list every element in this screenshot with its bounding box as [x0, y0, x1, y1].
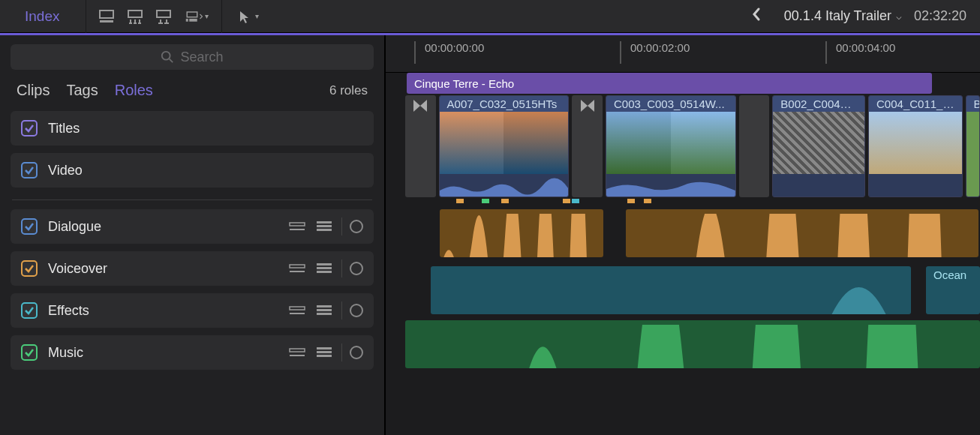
project-title: 00.1.4 Italy Trailer	[784, 8, 891, 24]
position-tool-icon[interactable]	[94, 0, 119, 33]
audio-clip-effects[interactable]: Ocean waves	[431, 266, 911, 314]
checkbox-video[interactable]	[21, 162, 38, 178]
video-thumbnail	[869, 112, 962, 174]
collapse-lane-icon[interactable]	[287, 261, 307, 276]
svg-rect-4	[187, 12, 197, 17]
video-clip[interactable]: C003_C003_0514W...	[606, 95, 736, 197]
video-lane: A007_C032_0515HTs C003_C003_0514W... B00…	[386, 95, 980, 199]
video-clip[interactable]: B002_C004_0...	[772, 95, 865, 197]
index-sidebar: Search Clips Tags Roles 6 roles Titles V…	[0, 35, 386, 435]
expand-lane-icon[interactable]	[314, 219, 334, 234]
role-controls	[287, 302, 363, 320]
chevron-down-icon: ▾	[255, 12, 259, 20]
svg-rect-9	[290, 229, 305, 230]
checkbox-voiceover[interactable]	[21, 260, 38, 277]
transition-icon[interactable]	[739, 95, 770, 197]
role-controls	[287, 260, 363, 278]
insert-tool-icon[interactable]	[122, 0, 148, 33]
role-row-voiceover[interactable]: Voiceover	[11, 251, 374, 286]
collapse-lane-icon[interactable]	[287, 345, 307, 360]
checkbox-titles[interactable]	[21, 120, 38, 136]
expand-lane-icon[interactable]	[314, 303, 334, 318]
project-title-dropdown[interactable]: 00.1.4 Italy Trailer ⌵	[784, 8, 902, 24]
checkbox-effects[interactable]	[21, 302, 38, 319]
transition-icon[interactable]	[572, 95, 603, 197]
role-row-video[interactable]: Video	[11, 153, 374, 188]
timeline[interactable]: 00:00:00:00 00:00:02:00 00:00:04:00 Cinq…	[386, 35, 980, 435]
svg-rect-3	[157, 10, 170, 17]
svg-rect-6	[189, 19, 197, 22]
music-lane: Travel theme v.2	[386, 320, 980, 368]
audio-clip-effects[interactable]: Ocean	[926, 266, 980, 314]
focus-role-icon[interactable]	[350, 262, 363, 275]
divider	[341, 344, 342, 362]
svg-rect-24	[290, 355, 305, 356]
svg-rect-25	[317, 347, 332, 350]
ruler-tick: 00:00:02:00	[630, 41, 690, 54]
index-button[interactable]: Index	[6, 8, 78, 25]
clip-waveform	[773, 174, 864, 196]
overwrite-tool-icon[interactable]: ▾	[179, 0, 214, 33]
video-clip[interactable]: C004_C011_05...	[868, 95, 963, 197]
timecode-display: 02:32:20	[914, 8, 974, 24]
search-input[interactable]: Search	[11, 44, 374, 70]
role-row-effects[interactable]: Effects	[11, 293, 374, 328]
focus-role-icon[interactable]	[350, 220, 363, 233]
expand-lane-icon[interactable]	[314, 261, 334, 276]
role-row-music[interactable]: Music	[11, 335, 374, 370]
svg-rect-12	[317, 229, 332, 231]
video-thumbnail	[966, 112, 979, 196]
svg-rect-5	[186, 19, 188, 22]
tab-clips[interactable]: Clips	[17, 82, 50, 99]
collapse-lane-icon[interactable]	[287, 219, 307, 234]
svg-rect-0	[100, 10, 113, 18]
role-row-dialogue[interactable]: Dialogue	[11, 209, 374, 244]
voiceover-lane: Narration_09-08-16 Narration_09-08-16	[386, 209, 980, 257]
tab-tags[interactable]: Tags	[66, 82, 98, 99]
role-label: Music	[48, 345, 277, 361]
video-clip[interactable]: B	[966, 95, 980, 197]
svg-point-7	[162, 52, 170, 60]
checkbox-dialogue[interactable]	[21, 218, 38, 235]
role-controls	[287, 218, 363, 236]
clip-waveform	[405, 325, 980, 368]
expand-lane-icon[interactable]	[314, 345, 334, 360]
svg-rect-14	[290, 271, 305, 272]
video-clip-label: B002_C004_0...	[773, 96, 864, 112]
video-clip-label: A007_C032_0515HTs	[440, 96, 569, 112]
clip-waveform	[440, 174, 569, 196]
focus-role-icon[interactable]	[350, 304, 363, 317]
append-tool-icon[interactable]	[151, 0, 176, 33]
search-icon	[161, 50, 174, 64]
ruler-tick: 00:00:00:00	[425, 41, 484, 54]
timeline-ruler[interactable]: 00:00:00:00 00:00:02:00 00:00:04:00	[386, 35, 980, 73]
divider	[341, 218, 342, 236]
svg-rect-17	[317, 271, 332, 273]
focus-role-icon[interactable]	[350, 346, 363, 359]
audio-clip-voiceover[interactable]: Narration_09-08-16	[626, 209, 978, 257]
tab-roles[interactable]: Roles	[115, 82, 153, 99]
collapse-lane-icon[interactable]	[287, 303, 307, 318]
video-clip-label: C003_C003_0514W...	[606, 96, 735, 112]
title-clip[interactable]: Cinque Terre - Echo	[407, 73, 932, 94]
ruler-tick: 00:00:04:00	[836, 41, 895, 54]
checkbox-music[interactable]	[21, 344, 38, 361]
chevron-down-icon: ▾	[205, 12, 209, 20]
video-clip[interactable]: A007_C032_0515HTs	[439, 95, 570, 197]
timeline-tracks[interactable]: Cinque Terre - Echo A007_C032_0515HTs C0…	[386, 73, 980, 435]
transition-icon[interactable]	[405, 95, 436, 197]
title-clip-label: Cinque Terre - Echo	[414, 77, 514, 90]
svg-rect-22	[317, 313, 332, 315]
role-label: Titles	[48, 121, 363, 136]
search-placeholder: Search	[180, 50, 223, 65]
back-button[interactable]	[741, 7, 772, 26]
svg-rect-11	[317, 225, 332, 227]
role-row-titles[interactable]: Titles	[11, 111, 374, 146]
svg-rect-26	[317, 351, 332, 353]
divider	[221, 0, 222, 33]
clip-waveform	[431, 271, 911, 314]
audio-clip-music[interactable]: Travel theme v.2	[405, 320, 980, 368]
video-thumbnail	[440, 112, 569, 174]
audio-clip-voiceover[interactable]: Narration_09-08-16	[440, 209, 603, 257]
select-tool-icon[interactable]: ▾	[230, 0, 264, 33]
